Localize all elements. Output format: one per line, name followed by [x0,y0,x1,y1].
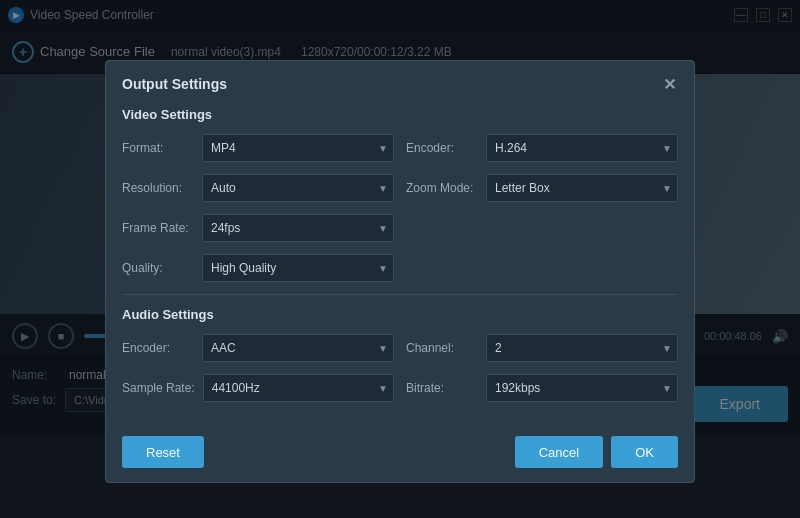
quality-row: Quality: High QualityStandard QualityLow… [122,254,678,282]
samplerate-select-wrapper: 44100Hz22050Hz48000Hz ▼ [203,374,394,402]
audio-settings-title: Audio Settings [122,307,678,322]
zoom-mode-group: Zoom Mode: Letter BoxPan & ScanFull ▼ [406,174,678,202]
samplerate-label: Sample Rate: [122,381,195,395]
resolution-select-wrapper: Auto1920x10801280x720 ▼ [202,174,394,202]
bitrate-group: Bitrate: 192kbps128kbps320kbps ▼ [406,374,678,402]
samplerate-group: Sample Rate: 44100Hz22050Hz48000Hz ▼ [122,374,394,402]
channel-select-wrapper: 216 ▼ [486,334,678,362]
zoom-select[interactable]: Letter BoxPan & ScanFull [486,174,678,202]
audio-encoder-select-wrapper: AACMP3AC3 ▼ [202,334,394,362]
samplerate-bitrate-row: Sample Rate: 44100Hz22050Hz48000Hz ▼ Bit… [122,374,678,402]
output-settings-dialog: Output Settings ✕ Video Settings Format:… [105,60,695,483]
format-encoder-row: Format: MP4MOVMKVAVI ▼ Encoder: H.264H.2… [122,134,678,162]
audio-encoder-select[interactable]: AACMP3AC3 [202,334,394,362]
resolution-label: Resolution: [122,181,194,195]
reset-button[interactable]: Reset [122,436,204,468]
encoder-select[interactable]: H.264H.265MPEG-4 [486,134,678,162]
framerate-row: Frame Rate: 24fps25fps30fps60fps ▼ [122,214,678,242]
dialog-close-button[interactable]: ✕ [660,75,678,93]
encoder-label: Encoder: [406,141,478,155]
zoom-select-wrapper: Letter BoxPan & ScanFull ▼ [486,174,678,202]
format-select-wrapper: MP4MOVMKVAVI ▼ [202,134,394,162]
quality-label: Quality: [122,261,194,275]
framerate-select-wrapper: 24fps25fps30fps60fps ▼ [202,214,394,242]
zoom-mode-label: Zoom Mode: [406,181,478,195]
dialog-header: Output Settings ✕ [106,61,694,103]
modal-overlay: Output Settings ✕ Video Settings Format:… [0,0,800,518]
quality-select[interactable]: High QualityStandard QualityLow Quality [202,254,394,282]
dialog-title: Output Settings [122,76,227,92]
video-settings-title: Video Settings [122,107,678,122]
framerate-group: Frame Rate: 24fps25fps30fps60fps ▼ [122,214,394,242]
audio-encoder-label: Encoder: [122,341,194,355]
format-select[interactable]: MP4MOVMKVAVI [202,134,394,162]
bitrate-label: Bitrate: [406,381,478,395]
cancel-button[interactable]: Cancel [515,436,603,468]
audio-encoder-channel-row: Encoder: AACMP3AC3 ▼ Channel: 216 ▼ [122,334,678,362]
audio-encoder-group: Encoder: AACMP3AC3 ▼ [122,334,394,362]
resolution-group: Resolution: Auto1920x10801280x720 ▼ [122,174,394,202]
resolution-select[interactable]: Auto1920x10801280x720 [202,174,394,202]
dialog-footer: Reset Cancel OK [106,428,694,482]
samplerate-select[interactable]: 44100Hz22050Hz48000Hz [203,374,394,402]
encoder-group: Encoder: H.264H.265MPEG-4 ▼ [406,134,678,162]
framerate-label: Frame Rate: [122,221,194,235]
channel-select[interactable]: 216 [486,334,678,362]
format-label: Format: [122,141,194,155]
footer-right-buttons: Cancel OK [515,436,678,468]
quality-select-wrapper: High QualityStandard QualityLow Quality … [202,254,394,282]
bitrate-select-wrapper: 192kbps128kbps320kbps ▼ [486,374,678,402]
framerate-select[interactable]: 24fps25fps30fps60fps [202,214,394,242]
section-divider [122,294,678,295]
resolution-zoom-row: Resolution: Auto1920x10801280x720 ▼ Zoom… [122,174,678,202]
dialog-body: Video Settings Format: MP4MOVMKVAVI ▼ En… [106,107,694,428]
bitrate-select[interactable]: 192kbps128kbps320kbps [486,374,678,402]
format-group: Format: MP4MOVMKVAVI ▼ [122,134,394,162]
channel-label: Channel: [406,341,478,355]
ok-button[interactable]: OK [611,436,678,468]
quality-group: Quality: High QualityStandard QualityLow… [122,254,394,282]
encoder-select-wrapper: H.264H.265MPEG-4 ▼ [486,134,678,162]
channel-group: Channel: 216 ▼ [406,334,678,362]
